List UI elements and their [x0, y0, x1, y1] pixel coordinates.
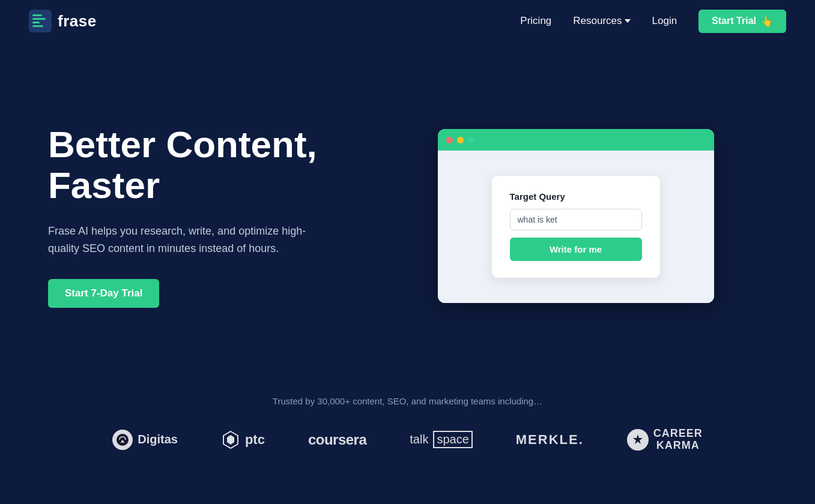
- chevron-down-icon: [625, 19, 631, 23]
- svg-point-5: [117, 434, 129, 446]
- hero-title: Better Content, Faster: [48, 124, 348, 206]
- start-trial-button[interactable]: Start Trial 👆: [698, 10, 786, 33]
- svg-marker-8: [227, 435, 234, 445]
- svg-rect-3: [32, 22, 40, 23]
- hero-cta-button[interactable]: Start 7-Day Trial: [48, 279, 159, 308]
- logo-text: frase: [58, 12, 97, 31]
- dot-green: [468, 137, 474, 143]
- trial-emoji: 👆: [761, 16, 773, 27]
- browser-mockup: Target Query Write for me: [438, 129, 714, 303]
- hero-subtitle: Frase AI helps you research, write, and …: [48, 223, 312, 257]
- digitas-label: Digitas: [138, 433, 178, 446]
- career-karma-text-block: CAREERKARMA: [653, 428, 703, 452]
- logo-digitas: Digitas: [112, 430, 178, 450]
- browser-topbar: [438, 129, 714, 151]
- navbar: frase Pricing Resources Login Start Tria…: [0, 0, 815, 42]
- nav-pricing[interactable]: Pricing: [520, 15, 551, 27]
- hero-text: Better Content, Faster Frase AI helps yo…: [48, 124, 348, 308]
- career-karma-icon: [627, 429, 649, 451]
- nav-resources[interactable]: Resources: [573, 15, 630, 27]
- hero-section: Better Content, Faster Frase AI helps yo…: [0, 42, 815, 378]
- query-card: Target Query Write for me: [492, 176, 660, 278]
- query-card-label: Target Query: [510, 191, 642, 202]
- logo-coursera: coursera: [308, 431, 366, 448]
- dot-red: [446, 137, 453, 143]
- logo-career-karma: CAREERKARMA: [627, 428, 703, 452]
- svg-rect-1: [32, 14, 42, 16]
- trusted-section: Trusted by 30,000+ content, SEO, and mar…: [0, 378, 815, 470]
- write-for-me-button[interactable]: Write for me: [510, 238, 642, 261]
- logos-row: Digitas ptc coursera talk space MERKLE.: [0, 428, 815, 452]
- logo[interactable]: frase: [29, 10, 97, 32]
- career-karma-label: CAREERKARMA: [653, 428, 703, 452]
- dot-yellow: [457, 137, 464, 143]
- logo-ptc: ptc: [221, 430, 265, 449]
- talkspace-talk: talk: [410, 433, 428, 446]
- svg-rect-2: [32, 18, 46, 20]
- logo-icon: [29, 10, 52, 32]
- logo-merkle: MERKLE.: [516, 432, 584, 448]
- nav-links: Pricing Resources Login Start Trial 👆: [520, 10, 786, 33]
- hero-visual: Target Query Write for me: [384, 129, 767, 303]
- svg-rect-4: [32, 25, 43, 27]
- merkle-label: MERKLE.: [516, 432, 584, 448]
- digitas-icon: [112, 430, 133, 450]
- ptc-label: ptc: [245, 432, 265, 448]
- nav-login[interactable]: Login: [652, 15, 677, 27]
- logo-talkspace: talk space: [410, 431, 473, 448]
- trusted-tagline: Trusted by 30,000+ content, SEO, and mar…: [0, 396, 815, 406]
- svg-rect-0: [29, 10, 52, 32]
- browser-body: Target Query Write for me: [438, 151, 714, 303]
- coursera-label: coursera: [308, 431, 366, 448]
- ptc-icon: [221, 430, 240, 449]
- talkspace-space: space: [433, 431, 472, 448]
- query-input[interactable]: [510, 209, 642, 230]
